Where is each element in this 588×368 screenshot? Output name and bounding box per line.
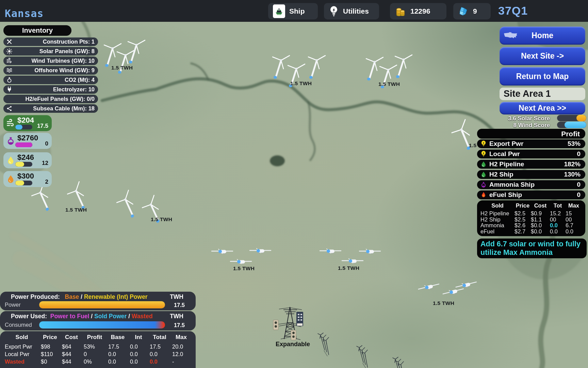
wind-turbine[interactable] [306,51,326,82]
inventory-item-wind: Wind Turbines (GW): 10 [3,57,98,65]
bulb-icon [480,151,487,157]
cell: Local Pwr [4,350,39,358]
cell: 0.0 [566,229,582,235]
power-consumed-value: 17.5 [174,322,185,328]
separator: / [91,313,93,320]
profit-row-local-pwr: Local Pwr0 [477,150,585,158]
row-label: Ammonia Ship [489,181,535,188]
cell: $64 [61,343,82,350]
wind-turbine[interactable] [417,281,441,295]
crystal-value: 9 [473,7,477,15]
cell-wasted: Wasted [4,358,39,365]
cell: 17.5 [148,343,171,350]
cell: 0.0 [129,358,148,365]
energy-output-label: 1.5 TWH [151,216,172,223]
wind-turbine[interactable] [319,248,342,257]
inventory-item-label: Construction Pts: 1 [43,39,95,45]
inventory-item-label: Wind Turbines (GW): 10 [31,58,95,64]
expandable-tower[interactable] [271,305,310,342]
inventory-item-label: Subsea Cable (Mm): 18 [33,105,95,111]
profit-row-h2-ship: H2 Ship130% [477,170,585,179]
next-area-label: Next Area >> [519,104,566,113]
power-consumed-bar [39,321,165,328]
power-used-box: Power Used: Power to Fuel / Sold Power /… [0,311,196,331]
wind-turbine[interactable] [126,36,146,66]
next-site-button[interactable]: Next Site -> [500,47,585,65]
cell: $44 [61,358,82,365]
cell: 15 [566,211,582,217]
progress-bar [15,162,32,167]
return-to-map-button[interactable]: Return to Map [500,67,585,86]
solar-score-fill [576,115,586,121]
home-button-label: Home [532,31,553,40]
next-area-button[interactable]: Next Area >> [500,102,585,114]
share-icon [6,105,13,112]
col-header: Price [39,334,61,343]
cell: 53% [82,343,107,350]
wind-turbine[interactable] [455,279,479,293]
separator: / [81,293,82,300]
wind-score-fill [565,122,586,128]
cell: 0 [82,350,107,358]
energy-output-label: 1.5 TWH [338,265,359,271]
price: $246 [17,153,34,162]
profit-row-export-pwr: Export Pwr53% [477,139,585,148]
cell: $0.9 [531,211,550,217]
row-value: 0 [577,150,581,158]
consumed-row-label: Consumed [5,322,32,328]
energy-output-label: 1.5 TWH [378,81,400,87]
h2-price-card[interactable]: $246 12 [3,152,52,168]
wind-turbine[interactable] [359,248,381,258]
amount: 2 [45,179,48,185]
waves-icon [6,67,13,74]
energy-output-label: 1.5 TWH [233,265,255,272]
efuel-price-card[interactable]: $300 2 [3,171,52,187]
col-header: Sold [480,202,514,211]
cell: $0.0 [531,223,550,229]
wind-turbine[interactable] [391,356,406,368]
wind-turbine[interactable] [355,345,370,368]
utilities-button[interactable]: Utilities [324,3,379,19]
power-produced-box: Power Produced: Base / Renewable (Int) P… [0,292,196,310]
wind-power-price-card[interactable]: $204 17.5 [3,115,52,131]
power-produced-value: 17.5 [174,302,185,308]
wind-turbine[interactable] [393,50,413,81]
usa-map-icon [504,31,518,42]
cell: $110 [39,350,61,358]
separator: / [128,313,130,320]
wind-turbine[interactable] [211,248,233,258]
cell: 0.0 [129,350,148,358]
profit-header: Profit [477,129,585,139]
legend-power-to-fuel: Power to Fuel [50,313,89,320]
wind-turbine[interactable] [249,247,272,257]
cell: H2 Pipeline [480,211,514,217]
cell: 0.0 [129,343,148,350]
flame-icon [480,191,487,198]
fuel-sales-table: Sold Price Cost Tot Max H2 Pipeline $2.5… [477,200,585,236]
col-header: Base [107,334,129,343]
cell: $0.0 [531,229,550,235]
ammonia-price-card[interactable]: $2760 0 [3,133,52,149]
cell: 15.2 [550,211,566,217]
ammonia-flask-icon [6,136,15,145]
wind-score-label: 8 Wind Score [513,122,550,129]
cell-wasted-total: 0.0 [148,358,171,365]
profit-row-ammonia-ship: Ammonia Ship0 [477,180,585,189]
price: $2760 [17,134,38,142]
inventory-item-electrolyzer: Electrolyzer: 10 [3,85,98,94]
row-value: 0 [577,181,581,188]
plug-icon [6,86,13,93]
crystal-icon [458,6,469,17]
bulb-icon [480,140,487,147]
cell: 20.0 [171,343,192,350]
wind-turbine[interactable] [316,332,331,359]
ship-button[interactable]: Ship [268,3,318,19]
inventory-title: Inventory [3,25,71,36]
profit-row-h2-pipeline: H2 Pipeline182% [477,160,585,169]
energy-output-label: 1.5 TWH [290,80,312,87]
col-header: Total [148,334,171,343]
col-header: Cost [531,202,550,211]
site-area-text: Site Area 1 [504,89,551,99]
home-button[interactable]: Home [500,27,585,45]
power-sales-table: Sold Price Cost Profit Base Int Total Ma… [0,331,196,368]
